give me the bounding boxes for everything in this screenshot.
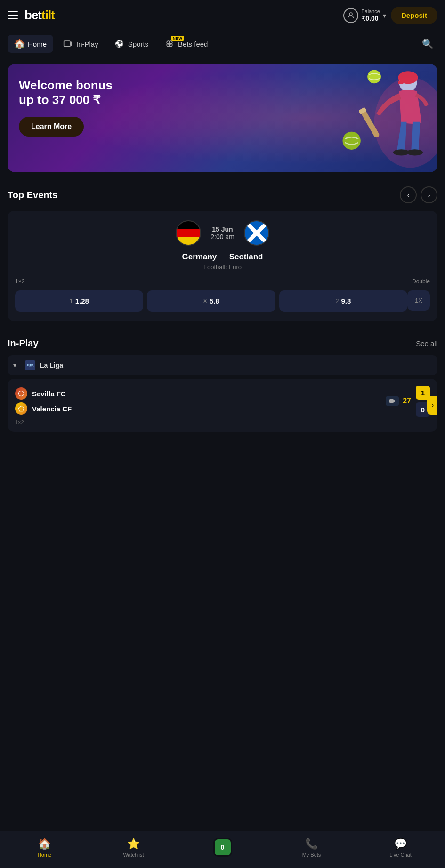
live-info: 27 [386,396,411,406]
team-row-1: Sevilla FC [15,387,381,400]
inplay-odds-label: 1×2 [15,419,430,425]
balance-value: ₹0.00 [361,15,378,23]
header-left: bettilt [8,8,55,23]
odds-buttons: 1 1.28 X 5.8 2 9.8 [15,290,407,312]
bottom-watchlist-label: Watchlist [123,852,144,858]
odds-label-left: 1×2 [15,278,24,285]
bottom-nav-home[interactable]: 🏠 Home [0,836,89,860]
inplay-match-row: Sevilla FC Valencia CF [15,386,430,417]
league-name: La Liga [40,362,63,369]
nav-item-inplay[interactable]: In-Play [56,35,105,53]
team-name-1: Sevilla FC [32,390,66,398]
odds-btn-x[interactable]: X 5.8 [147,290,275,312]
nav-label-home: Home [28,40,47,48]
nav-item-home[interactable]: 🏠 Home [8,35,53,53]
account-icon [343,8,358,23]
banner-section: Welcome bonus up to 37 000 ₹ Learn More [0,57,445,179]
nav-label-bets: Bets feed [178,40,208,48]
match-time: 2:00 am [210,233,235,241]
banner-content: Welcome bonus up to 37 000 ₹ Learn More [19,78,263,137]
see-all-link[interactable]: See all [416,339,437,347]
odds-btn-1[interactable]: 1 1.28 [15,290,143,312]
nav-item-sports[interactable]: ⚽ Sports [108,35,155,53]
menu-button[interactable] [8,11,18,20]
bottom-nav-watchlist[interactable]: ⭐ Watchlist [89,836,178,860]
new-badge: NEW [171,36,184,41]
team-name-2: Valencia CF [32,405,72,413]
banner: Welcome bonus up to 37 000 ₹ Learn More [8,64,437,172]
balance-label: Balance [361,8,380,15]
team-row-2: Valencia CF [15,402,381,415]
nav-bar: 🏠 Home In-Play ⚽ Sports NEW [0,31,445,57]
svg-point-14 [367,70,381,83]
nav-arrows: ‹ › [400,186,437,203]
bottom-home-label: Home [38,852,51,858]
chevron-down-icon: ▾ [383,12,386,19]
bottom-nav-betslip[interactable]: 0 [178,836,267,860]
bottom-nav-mybets[interactable]: 📞 My Bets [267,836,356,860]
banner-title: Welcome bonus up to 37 000 ₹ [19,78,263,107]
header: bettilt Balance ₹0.00 ▾ Deposit [0,0,445,31]
sevilla-crest [15,387,27,400]
match-time-center: 15 Jun 2:00 am [210,225,235,241]
germany-flag [176,220,201,246]
svg-rect-9 [398,81,404,84]
learn-more-button[interactable]: Learn More [19,117,84,137]
logo: bettilt [24,8,55,23]
league-logo: FIFA [25,360,35,370]
in-play-title: In-Play [8,338,39,349]
live-video-icon [386,396,399,406]
odds-btn-2[interactable]: 2 9.8 [279,290,407,312]
odds-double-btn[interactable]: 1X [407,290,430,311]
next-arrow-button[interactable]: › [421,186,437,203]
bottom-mybets-icon: 📞 [305,838,318,850]
sports-icon: ⚽ [114,39,125,49]
nav-label-sports: Sports [128,40,148,48]
league-logo-text: FIFA [26,364,33,367]
match-date: 15 Jun [210,225,235,233]
search-icon[interactable]: 🔍 [418,34,437,53]
match-league: Football: Euro [15,264,430,271]
bottom-watchlist-icon: ⭐ [127,838,140,850]
betslip-badge: 0 [213,838,232,857]
betslip-count: 0 [221,844,225,851]
svg-point-0 [349,13,352,16]
odds-section-row: 1 1.28 X 5.8 2 9.8 1X [15,290,430,312]
balance-info: Balance ₹0.00 [361,8,380,23]
svg-point-15 [343,132,361,150]
svg-point-16 [18,391,24,396]
top-events-title: Top Events [8,190,57,201]
bottom-livechat-icon: 💬 [394,838,407,850]
nav-label-inplay: In-Play [76,40,98,48]
video-icon [63,39,73,49]
logo-bet: bet [24,8,41,22]
bottom-nav-livechat[interactable]: 💬 Live Chat [356,836,445,860]
home-icon: 🏠 [14,39,24,49]
bottom-home-icon: 🏠 [38,838,51,850]
odds-header-row: 1×2 Double [15,278,430,288]
match-name: Germany — Scotland [15,252,430,262]
inplay-teams-col: Sevilla FC Valencia CF [15,387,381,415]
balance-area[interactable]: Balance ₹0.00 ▾ [343,8,386,23]
top-events-header: Top Events ‹ › [8,186,437,203]
league-row[interactable]: ▾ FIFA La Liga [8,355,437,375]
odds-label-right: Double [412,278,430,285]
bottom-nav: 🏠 Home ⭐ Watchlist 0 📞 My Bets 💬 Live Ch… [0,831,445,868]
in-play-section: In-Play See all ▾ FIFA La Liga Sevilla F… [0,330,445,440]
top-events-section: Top Events ‹ › 15 Jun 2:00 am Germany — … [0,179,445,330]
deposit-button[interactable]: Deposit [391,7,437,24]
league-chevron-icon: ▾ [9,362,20,369]
in-play-header: In-Play See all [8,338,437,349]
nav-item-bets[interactable]: NEW Bets feed [158,35,214,53]
inplay-match-card: Sevilla FC Valencia CF [8,379,437,432]
expand-button[interactable]: › [427,396,437,415]
prev-arrow-button[interactable]: ‹ [400,186,417,203]
svg-rect-1 [64,41,70,47]
live-minute: 27 [403,397,411,405]
svg-point-13 [407,149,423,155]
header-right: Balance ₹0.00 ▾ Deposit [343,7,437,24]
bottom-mybets-label: My Bets [302,852,321,858]
match-card: 15 Jun 2:00 am Germany — Scotland Footba… [8,211,437,321]
logo-tilt: tilt [41,8,55,22]
match-teams-row: 15 Jun 2:00 am [15,220,430,246]
